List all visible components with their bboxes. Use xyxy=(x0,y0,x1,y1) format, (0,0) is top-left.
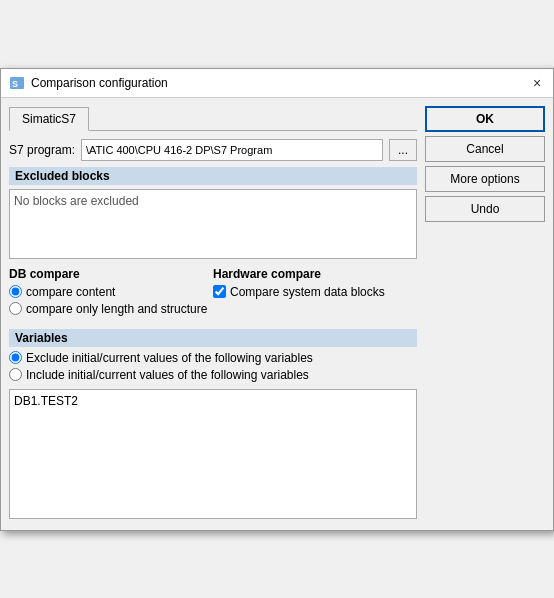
variables-exclude-label: Exclude initial/current values of the fo… xyxy=(26,351,313,365)
tab-simatic-s7[interactable]: SimaticS7 xyxy=(9,107,89,131)
svg-text:S: S xyxy=(12,79,18,89)
ok-button[interactable]: OK xyxy=(425,106,545,132)
variables-exclude-row: Exclude initial/current values of the fo… xyxy=(9,351,417,365)
variables-exclude-radio[interactable] xyxy=(9,351,22,364)
db-compare-length-label: compare only length and structure xyxy=(26,302,207,316)
s7-program-row: S7 program: ... xyxy=(9,139,417,161)
excluded-blocks-header: Excluded blocks xyxy=(9,167,417,185)
hardware-compare-checkbox-row: Compare system data blocks xyxy=(213,285,417,299)
variables-section: Variables Exclude initial/current values… xyxy=(9,329,417,522)
excluded-blocks-box: No blocks are excluded xyxy=(9,189,417,259)
db-compare-radio-content: compare content xyxy=(9,285,213,299)
variables-include-label: Include initial/current values of the fo… xyxy=(26,368,309,382)
excluded-blocks-placeholder: No blocks are excluded xyxy=(14,194,139,208)
dialog-body: SimaticS7 S7 program: ... Excluded block… xyxy=(1,98,553,530)
hardware-compare-checkbox[interactable] xyxy=(213,285,226,298)
variables-include-radio[interactable] xyxy=(9,368,22,381)
close-button[interactable]: × xyxy=(529,75,545,91)
db-compare-col: DB compare compare content compare only … xyxy=(9,267,213,319)
dialog-title: Comparison configuration xyxy=(31,76,523,90)
hardware-compare-label: Hardware compare xyxy=(213,267,417,281)
db-compare-label: DB compare xyxy=(9,267,213,281)
variables-header: Variables xyxy=(9,329,417,347)
more-options-button[interactable]: More options xyxy=(425,166,545,192)
db-compare-content-radio[interactable] xyxy=(9,285,22,298)
hardware-compare-col: Hardware compare Compare system data blo… xyxy=(213,267,417,319)
undo-button[interactable]: Undo xyxy=(425,196,545,222)
tab-bar: SimaticS7 xyxy=(9,106,417,131)
compare-row: DB compare compare content compare only … xyxy=(9,267,417,319)
hardware-compare-checkbox-label: Compare system data blocks xyxy=(230,285,385,299)
left-panel: SimaticS7 S7 program: ... Excluded block… xyxy=(9,106,417,522)
comparison-config-dialog: S Comparison configuration × SimaticS7 S… xyxy=(0,68,554,531)
variables-textarea[interactable]: DB1.TEST2 xyxy=(9,389,417,519)
title-bar: S Comparison configuration × xyxy=(1,69,553,98)
s7-program-browse-button[interactable]: ... xyxy=(389,139,417,161)
cancel-button[interactable]: Cancel xyxy=(425,136,545,162)
dialog-icon: S xyxy=(9,75,25,91)
s7-program-input[interactable] xyxy=(81,139,383,161)
db-compare-content-label: compare content xyxy=(26,285,115,299)
db-compare-radio-length: compare only length and structure xyxy=(9,302,213,316)
db-compare-length-radio[interactable] xyxy=(9,302,22,315)
s7-program-label: S7 program: xyxy=(9,143,75,157)
right-panel: OK Cancel More options Undo xyxy=(425,106,545,522)
variables-include-row: Include initial/current values of the fo… xyxy=(9,368,417,382)
